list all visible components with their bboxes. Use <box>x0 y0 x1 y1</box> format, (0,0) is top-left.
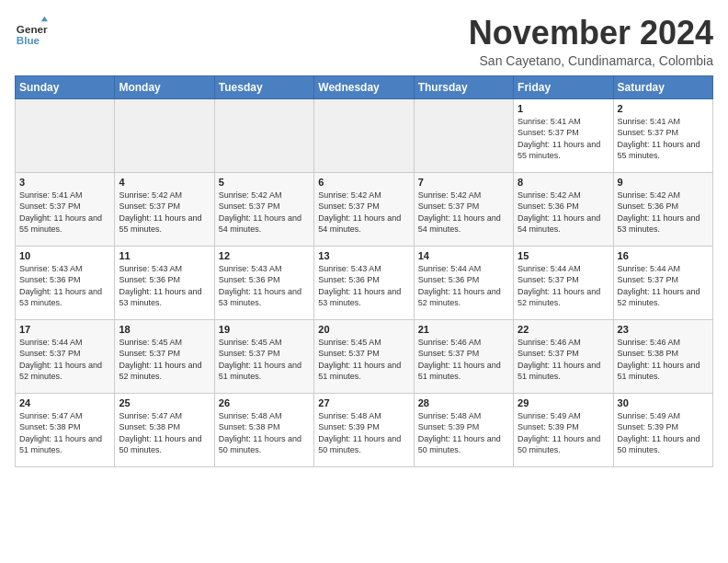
day-number: 1 <box>518 103 609 114</box>
calendar-day-cell: 21Sunrise: 5:46 AMSunset: 5:37 PMDayligh… <box>414 319 513 393</box>
day-number: 24 <box>19 397 110 408</box>
day-sun-info: Sunrise: 5:47 AMSunset: 5:38 PMDaylight:… <box>19 410 110 456</box>
svg-text:Blue: Blue <box>17 34 40 46</box>
day-sun-info: Sunrise: 5:44 AMSunset: 5:36 PMDaylight:… <box>418 263 509 309</box>
day-sun-info: Sunrise: 5:41 AMSunset: 5:37 PMDaylight:… <box>618 116 709 162</box>
calendar-day-cell: 2Sunrise: 5:41 AMSunset: 5:37 PMDaylight… <box>613 98 712 172</box>
calendar-day-cell: 1Sunrise: 5:41 AMSunset: 5:37 PMDaylight… <box>514 98 613 172</box>
calendar-day-cell: 22Sunrise: 5:46 AMSunset: 5:37 PMDayligh… <box>514 319 613 393</box>
day-number: 12 <box>219 250 310 261</box>
calendar-day-cell: 19Sunrise: 5:45 AMSunset: 5:37 PMDayligh… <box>214 319 313 393</box>
day-number: 15 <box>518 250 609 261</box>
calendar-day-cell: 26Sunrise: 5:48 AMSunset: 5:38 PMDayligh… <box>214 393 313 466</box>
day-number: 8 <box>518 177 609 188</box>
day-sun-info: Sunrise: 5:45 AMSunset: 5:37 PMDaylight:… <box>119 337 210 383</box>
day-sun-info: Sunrise: 5:48 AMSunset: 5:39 PMDaylight:… <box>418 410 509 456</box>
calendar-day-cell: 23Sunrise: 5:46 AMSunset: 5:38 PMDayligh… <box>613 319 712 393</box>
logo-icon: General Blue <box>15 15 48 48</box>
calendar-day-cell: 14Sunrise: 5:44 AMSunset: 5:36 PMDayligh… <box>414 246 513 319</box>
day-number: 13 <box>318 250 409 261</box>
calendar-day-cell: 6Sunrise: 5:42 AMSunset: 5:37 PMDaylight… <box>314 172 414 246</box>
day-sun-info: Sunrise: 5:43 AMSunset: 5:36 PMDaylight:… <box>119 263 210 309</box>
calendar-day-cell <box>314 98 414 172</box>
day-of-week-header: Tuesday <box>214 75 313 98</box>
day-number: 27 <box>318 397 409 408</box>
calendar-day-cell: 29Sunrise: 5:49 AMSunset: 5:39 PMDayligh… <box>514 393 613 466</box>
calendar-day-cell: 15Sunrise: 5:44 AMSunset: 5:37 PMDayligh… <box>514 246 613 319</box>
calendar-day-cell: 17Sunrise: 5:44 AMSunset: 5:37 PMDayligh… <box>16 319 115 393</box>
day-number: 5 <box>219 177 310 188</box>
day-of-week-header: Thursday <box>414 75 513 98</box>
day-sun-info: Sunrise: 5:44 AMSunset: 5:37 PMDaylight:… <box>518 263 609 309</box>
day-number: 18 <box>119 324 210 335</box>
day-sun-info: Sunrise: 5:49 AMSunset: 5:39 PMDaylight:… <box>518 410 609 456</box>
day-number: 3 <box>19 177 110 188</box>
calendar-day-cell: 24Sunrise: 5:47 AMSunset: 5:38 PMDayligh… <box>16 393 115 466</box>
calendar-day-cell: 28Sunrise: 5:48 AMSunset: 5:39 PMDayligh… <box>414 393 513 466</box>
day-sun-info: Sunrise: 5:46 AMSunset: 5:38 PMDaylight:… <box>618 337 709 383</box>
day-number: 23 <box>618 324 709 335</box>
day-sun-info: Sunrise: 5:42 AMSunset: 5:36 PMDaylight:… <box>518 190 609 236</box>
logo: General Blue <box>15 15 48 48</box>
calendar-day-cell <box>115 98 214 172</box>
day-of-week-header: Friday <box>514 75 613 98</box>
calendar-day-cell: 13Sunrise: 5:43 AMSunset: 5:36 PMDayligh… <box>314 246 414 319</box>
calendar-week-row: 10Sunrise: 5:43 AMSunset: 5:36 PMDayligh… <box>16 246 713 319</box>
day-of-week-header: Saturday <box>613 75 712 98</box>
day-sun-info: Sunrise: 5:44 AMSunset: 5:37 PMDaylight:… <box>618 263 709 309</box>
day-number: 9 <box>618 177 709 188</box>
day-sun-info: Sunrise: 5:42 AMSunset: 5:36 PMDaylight:… <box>618 190 709 236</box>
day-number: 17 <box>19 324 110 335</box>
day-sun-info: Sunrise: 5:42 AMSunset: 5:37 PMDaylight:… <box>418 190 509 236</box>
day-sun-info: Sunrise: 5:45 AMSunset: 5:37 PMDaylight:… <box>318 337 409 383</box>
calendar-week-row: 3Sunrise: 5:41 AMSunset: 5:37 PMDaylight… <box>16 172 713 246</box>
day-sun-info: Sunrise: 5:48 AMSunset: 5:38 PMDaylight:… <box>219 410 310 456</box>
day-number: 19 <box>219 324 310 335</box>
location-subtitle: San Cayetano, Cundinamarca, Colombia <box>469 53 713 68</box>
day-number: 2 <box>618 103 709 114</box>
day-number: 26 <box>219 397 310 408</box>
day-sun-info: Sunrise: 5:43 AMSunset: 5:36 PMDaylight:… <box>219 263 310 309</box>
day-sun-info: Sunrise: 5:43 AMSunset: 5:36 PMDaylight:… <box>318 263 409 309</box>
day-number: 10 <box>19 250 110 261</box>
day-number: 6 <box>318 177 409 188</box>
page-header: General Blue November 2024 San Cayetano,… <box>15 15 713 68</box>
day-number: 20 <box>318 324 409 335</box>
day-sun-info: Sunrise: 5:45 AMSunset: 5:37 PMDaylight:… <box>219 337 310 383</box>
day-sun-info: Sunrise: 5:42 AMSunset: 5:37 PMDaylight:… <box>119 190 210 236</box>
calendar-day-cell: 8Sunrise: 5:42 AMSunset: 5:36 PMDaylight… <box>514 172 613 246</box>
day-sun-info: Sunrise: 5:41 AMSunset: 5:37 PMDaylight:… <box>518 116 609 162</box>
day-number: 4 <box>119 177 210 188</box>
calendar-week-row: 1Sunrise: 5:41 AMSunset: 5:37 PMDaylight… <box>16 98 713 172</box>
day-number: 14 <box>418 250 509 261</box>
calendar-week-row: 17Sunrise: 5:44 AMSunset: 5:37 PMDayligh… <box>16 319 713 393</box>
day-of-week-header: Wednesday <box>314 75 414 98</box>
day-sun-info: Sunrise: 5:41 AMSunset: 5:37 PMDaylight:… <box>19 190 110 236</box>
day-of-week-header: Sunday <box>16 75 115 98</box>
calendar-day-cell: 4Sunrise: 5:42 AMSunset: 5:37 PMDaylight… <box>115 172 214 246</box>
day-sun-info: Sunrise: 5:47 AMSunset: 5:38 PMDaylight:… <box>119 410 210 456</box>
calendar-day-cell: 3Sunrise: 5:41 AMSunset: 5:37 PMDaylight… <box>16 172 115 246</box>
calendar-day-cell: 30Sunrise: 5:49 AMSunset: 5:39 PMDayligh… <box>613 393 712 466</box>
day-sun-info: Sunrise: 5:48 AMSunset: 5:39 PMDaylight:… <box>318 410 409 456</box>
calendar-day-cell: 25Sunrise: 5:47 AMSunset: 5:38 PMDayligh… <box>115 393 214 466</box>
calendar-week-row: 24Sunrise: 5:47 AMSunset: 5:38 PMDayligh… <box>16 393 713 466</box>
day-number: 16 <box>618 250 709 261</box>
calendar-day-cell: 12Sunrise: 5:43 AMSunset: 5:36 PMDayligh… <box>214 246 313 319</box>
day-sun-info: Sunrise: 5:43 AMSunset: 5:36 PMDaylight:… <box>19 263 110 309</box>
day-number: 11 <box>119 250 210 261</box>
day-sun-info: Sunrise: 5:49 AMSunset: 5:39 PMDaylight:… <box>618 410 709 456</box>
calendar-day-cell: 18Sunrise: 5:45 AMSunset: 5:37 PMDayligh… <box>115 319 214 393</box>
day-sun-info: Sunrise: 5:42 AMSunset: 5:37 PMDaylight:… <box>318 190 409 236</box>
calendar-day-cell: 9Sunrise: 5:42 AMSunset: 5:36 PMDaylight… <box>613 172 712 246</box>
day-sun-info: Sunrise: 5:44 AMSunset: 5:37 PMDaylight:… <box>19 337 110 383</box>
month-year-title: November 2024 <box>469 15 713 52</box>
calendar-day-cell: 7Sunrise: 5:42 AMSunset: 5:37 PMDaylight… <box>414 172 513 246</box>
calendar-day-cell <box>414 98 513 172</box>
calendar-table: SundayMondayTuesdayWednesdayThursdayFrid… <box>15 75 713 467</box>
day-number: 28 <box>418 397 509 408</box>
calendar-day-cell <box>16 98 115 172</box>
day-number: 21 <box>418 324 509 335</box>
day-number: 7 <box>418 177 509 188</box>
calendar-day-cell: 11Sunrise: 5:43 AMSunset: 5:36 PMDayligh… <box>115 246 214 319</box>
